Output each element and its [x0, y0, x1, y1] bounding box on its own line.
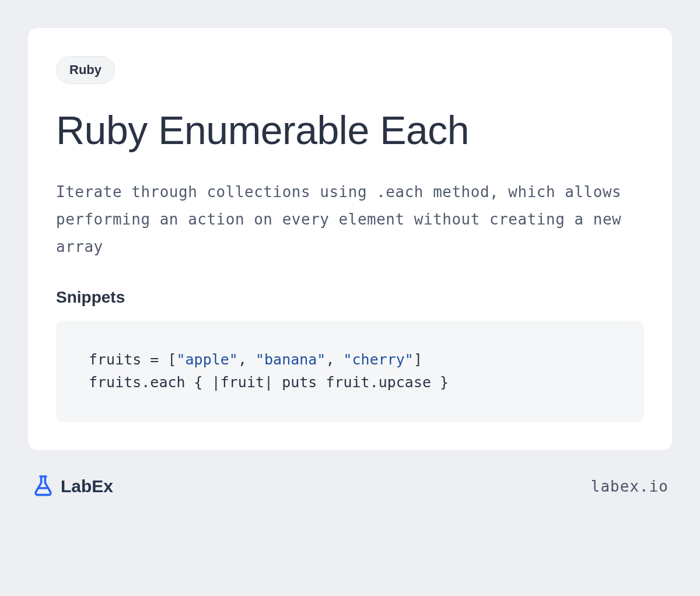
code-snippet: fruits = ["apple", "banana", "cherry"] f…	[56, 321, 644, 422]
flask-icon	[32, 474, 55, 499]
code-text: fruits = [	[89, 351, 177, 368]
code-text: ,	[326, 351, 343, 368]
code-string: "banana"	[256, 351, 326, 368]
content-card: Ruby Ruby Enumerable Each Iterate throug…	[28, 28, 672, 450]
language-badge: Ruby	[56, 56, 115, 84]
site-url: labex.io	[591, 478, 668, 495]
code-string: "apple"	[177, 351, 238, 368]
code-string: "cherry"	[344, 351, 414, 368]
page-description: Iterate through collections using .each …	[56, 178, 644, 260]
code-text: fruits.each { |fruit| puts fruit.upcase …	[89, 374, 449, 391]
brand-logo: LabEx	[32, 474, 113, 499]
page-footer: LabEx labex.io	[28, 474, 672, 499]
snippets-heading: Snippets	[56, 288, 644, 307]
brand-name: LabEx	[61, 476, 113, 496]
code-text: ]	[414, 351, 422, 368]
code-text: ,	[238, 351, 256, 368]
page-title: Ruby Enumerable Each	[56, 107, 644, 153]
